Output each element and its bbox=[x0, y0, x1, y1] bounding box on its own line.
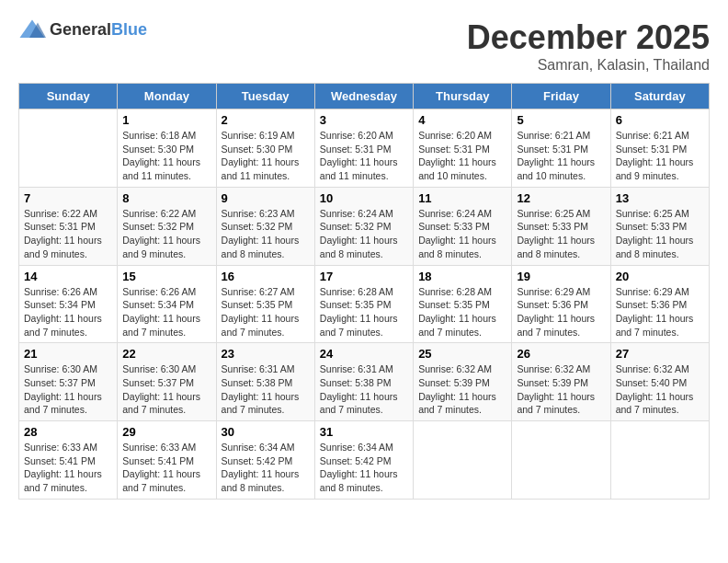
day-info: Sunrise: 6:20 AMSunset: 5:31 PMDaylight:… bbox=[320, 129, 408, 183]
calendar-cell: 20Sunrise: 6:29 AMSunset: 5:36 PMDayligh… bbox=[610, 265, 709, 343]
day-info: Sunrise: 6:32 AMSunset: 5:39 PMDaylight:… bbox=[517, 362, 605, 417]
title-area: December 2025 Samran, Kalasin, Thailand bbox=[467, 18, 710, 74]
day-number: 6 bbox=[616, 113, 704, 127]
day-number: 25 bbox=[418, 347, 506, 361]
day-number: 31 bbox=[320, 425, 408, 439]
day-number: 28 bbox=[24, 425, 112, 439]
calendar-subtitle: Samran, Kalasin, Thailand bbox=[467, 57, 710, 74]
day-info: Sunrise: 6:31 AMSunset: 5:38 PMDaylight:… bbox=[320, 362, 408, 417]
day-number: 18 bbox=[418, 270, 506, 283]
calendar-cell: 7Sunrise: 6:22 AMSunset: 5:31 PMDaylight… bbox=[19, 187, 118, 265]
calendar-cell: 13Sunrise: 6:25 AMSunset: 5:33 PMDayligh… bbox=[610, 187, 709, 265]
calendar-cell: 26Sunrise: 6:32 AMSunset: 5:39 PMDayligh… bbox=[512, 343, 610, 421]
calendar-cell bbox=[414, 421, 512, 500]
weekday-header-row: SundayMondayTuesdayWednesdayThursdayFrid… bbox=[19, 84, 710, 109]
day-number: 13 bbox=[616, 191, 704, 205]
calendar-cell: 23Sunrise: 6:31 AMSunset: 5:38 PMDayligh… bbox=[216, 343, 314, 421]
day-number: 15 bbox=[122, 270, 210, 283]
weekday-header-wednesday: Wednesday bbox=[314, 84, 413, 109]
calendar-week-row: 7Sunrise: 6:22 AMSunset: 5:31 PMDaylight… bbox=[19, 187, 710, 265]
calendar-cell: 22Sunrise: 6:30 AMSunset: 5:37 PMDayligh… bbox=[118, 343, 216, 421]
day-info: Sunrise: 6:24 AMSunset: 5:33 PMDaylight:… bbox=[418, 207, 506, 261]
calendar-body: 1Sunrise: 6:18 AMSunset: 5:30 PMDaylight… bbox=[19, 109, 710, 500]
day-info: Sunrise: 6:27 AMSunset: 5:35 PMDaylight:… bbox=[222, 285, 310, 339]
calendar-cell: 8Sunrise: 6:22 AMSunset: 5:32 PMDaylight… bbox=[118, 187, 216, 265]
calendar-cell: 14Sunrise: 6:26 AMSunset: 5:34 PMDayligh… bbox=[19, 265, 118, 343]
weekday-header-friday: Friday bbox=[512, 84, 610, 109]
page-header: GeneralBlue December 2025 Samran, Kalasi… bbox=[18, 18, 710, 74]
day-number: 11 bbox=[418, 191, 506, 205]
day-number: 16 bbox=[222, 270, 310, 283]
day-info: Sunrise: 6:32 AMSunset: 5:40 PMDaylight:… bbox=[616, 362, 704, 417]
day-info: Sunrise: 6:20 AMSunset: 5:31 PMDaylight:… bbox=[418, 129, 506, 183]
day-info: Sunrise: 6:31 AMSunset: 5:38 PMDaylight:… bbox=[222, 362, 310, 417]
calendar-cell: 16Sunrise: 6:27 AMSunset: 5:35 PMDayligh… bbox=[216, 265, 314, 343]
weekday-header-monday: Monday bbox=[118, 84, 216, 109]
day-info: Sunrise: 6:25 AMSunset: 5:33 PMDaylight:… bbox=[517, 207, 605, 261]
calendar-cell: 24Sunrise: 6:31 AMSunset: 5:38 PMDayligh… bbox=[314, 343, 413, 421]
day-info: Sunrise: 6:26 AMSunset: 5:34 PMDaylight:… bbox=[122, 285, 210, 339]
calendar-title: December 2025 bbox=[467, 18, 710, 57]
calendar-cell bbox=[512, 421, 610, 500]
day-number: 22 bbox=[122, 347, 210, 361]
weekday-header-sunday: Sunday bbox=[19, 84, 118, 109]
calendar-cell: 18Sunrise: 6:28 AMSunset: 5:35 PMDayligh… bbox=[414, 265, 512, 343]
calendar-week-row: 21Sunrise: 6:30 AMSunset: 5:37 PMDayligh… bbox=[19, 343, 710, 421]
day-info: Sunrise: 6:32 AMSunset: 5:39 PMDaylight:… bbox=[418, 362, 506, 417]
day-info: Sunrise: 6:30 AMSunset: 5:37 PMDaylight:… bbox=[24, 362, 112, 417]
day-info: Sunrise: 6:33 AMSunset: 5:41 PMDaylight:… bbox=[24, 441, 112, 495]
day-info: Sunrise: 6:33 AMSunset: 5:41 PMDaylight:… bbox=[122, 441, 210, 495]
day-info: Sunrise: 6:26 AMSunset: 5:34 PMDaylight:… bbox=[24, 285, 112, 339]
day-info: Sunrise: 6:18 AMSunset: 5:30 PMDaylight:… bbox=[122, 129, 210, 183]
day-info: Sunrise: 6:30 AMSunset: 5:37 PMDaylight:… bbox=[122, 362, 210, 417]
calendar-cell: 29Sunrise: 6:33 AMSunset: 5:41 PMDayligh… bbox=[118, 421, 216, 500]
day-number: 29 bbox=[122, 425, 210, 439]
calendar-cell bbox=[19, 109, 118, 188]
logo-icon bbox=[18, 18, 46, 40]
calendar-cell: 1Sunrise: 6:18 AMSunset: 5:30 PMDaylight… bbox=[118, 109, 216, 188]
day-number: 17 bbox=[320, 270, 408, 283]
calendar-cell: 15Sunrise: 6:26 AMSunset: 5:34 PMDayligh… bbox=[118, 265, 216, 343]
day-info: Sunrise: 6:25 AMSunset: 5:33 PMDaylight:… bbox=[616, 207, 704, 261]
logo-text-blue: Blue bbox=[111, 20, 147, 39]
calendar-cell: 10Sunrise: 6:24 AMSunset: 5:32 PMDayligh… bbox=[314, 187, 413, 265]
day-number: 20 bbox=[616, 270, 704, 283]
calendar-cell: 2Sunrise: 6:19 AMSunset: 5:30 PMDaylight… bbox=[216, 109, 314, 188]
calendar-cell: 19Sunrise: 6:29 AMSunset: 5:36 PMDayligh… bbox=[512, 265, 610, 343]
day-number: 10 bbox=[320, 191, 408, 205]
calendar-week-row: 14Sunrise: 6:26 AMSunset: 5:34 PMDayligh… bbox=[19, 265, 710, 343]
calendar-cell: 9Sunrise: 6:23 AMSunset: 5:32 PMDaylight… bbox=[216, 187, 314, 265]
calendar-cell: 3Sunrise: 6:20 AMSunset: 5:31 PMDaylight… bbox=[314, 109, 413, 188]
day-info: Sunrise: 6:34 AMSunset: 5:42 PMDaylight:… bbox=[320, 441, 408, 495]
logo-text-general: General bbox=[50, 20, 111, 39]
calendar-cell: 4Sunrise: 6:20 AMSunset: 5:31 PMDaylight… bbox=[414, 109, 512, 188]
day-number: 19 bbox=[517, 270, 605, 283]
calendar-cell: 21Sunrise: 6:30 AMSunset: 5:37 PMDayligh… bbox=[19, 343, 118, 421]
calendar-cell: 17Sunrise: 6:28 AMSunset: 5:35 PMDayligh… bbox=[314, 265, 413, 343]
calendar-cell: 28Sunrise: 6:33 AMSunset: 5:41 PMDayligh… bbox=[19, 421, 118, 500]
calendar-cell: 5Sunrise: 6:21 AMSunset: 5:31 PMDaylight… bbox=[512, 109, 610, 188]
day-info: Sunrise: 6:23 AMSunset: 5:32 PMDaylight:… bbox=[222, 207, 310, 261]
day-number: 2 bbox=[222, 113, 310, 127]
day-info: Sunrise: 6:29 AMSunset: 5:36 PMDaylight:… bbox=[517, 285, 605, 339]
day-number: 8 bbox=[122, 191, 210, 205]
day-info: Sunrise: 6:22 AMSunset: 5:31 PMDaylight:… bbox=[24, 207, 112, 261]
calendar-cell: 30Sunrise: 6:34 AMSunset: 5:42 PMDayligh… bbox=[216, 421, 314, 500]
day-number: 27 bbox=[616, 347, 704, 361]
weekday-header-thursday: Thursday bbox=[414, 84, 512, 109]
day-info: Sunrise: 6:19 AMSunset: 5:30 PMDaylight:… bbox=[222, 129, 310, 183]
day-number: 30 bbox=[222, 425, 310, 439]
calendar-table: SundayMondayTuesdayWednesdayThursdayFrid… bbox=[18, 83, 710, 500]
calendar-cell: 12Sunrise: 6:25 AMSunset: 5:33 PMDayligh… bbox=[512, 187, 610, 265]
day-number: 7 bbox=[24, 191, 112, 205]
calendar-cell: 27Sunrise: 6:32 AMSunset: 5:40 PMDayligh… bbox=[610, 343, 709, 421]
day-info: Sunrise: 6:34 AMSunset: 5:42 PMDaylight:… bbox=[222, 441, 310, 495]
day-info: Sunrise: 6:21 AMSunset: 5:31 PMDaylight:… bbox=[517, 129, 605, 183]
day-number: 3 bbox=[320, 113, 408, 127]
calendar-cell: 31Sunrise: 6:34 AMSunset: 5:42 PMDayligh… bbox=[314, 421, 413, 500]
calendar-cell bbox=[610, 421, 709, 500]
day-number: 14 bbox=[24, 270, 112, 283]
day-number: 21 bbox=[24, 347, 112, 361]
day-info: Sunrise: 6:21 AMSunset: 5:31 PMDaylight:… bbox=[616, 129, 704, 183]
day-info: Sunrise: 6:28 AMSunset: 5:35 PMDaylight:… bbox=[418, 285, 506, 339]
